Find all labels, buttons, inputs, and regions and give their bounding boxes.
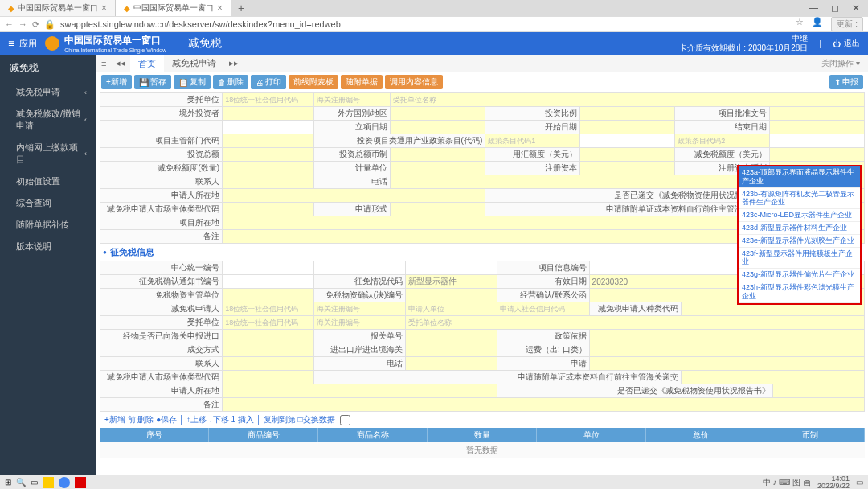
- content-tab-apply[interactable]: 减免税申请: [164, 55, 224, 72]
- logo-emblem: [45, 36, 59, 51]
- app-header: ≡ 应用 中国国际贸易单一窗口 China International Trad…: [0, 32, 868, 55]
- browser-tab[interactable]: ◆ 中国国际贸易单一窗口 ×: [0, 0, 116, 16]
- app-title-cn: 中国国际贸易单一窗口: [64, 34, 166, 47]
- grid-empty-text: 暂无数据: [100, 442, 865, 458]
- upload-icon: ⬆: [834, 78, 841, 87]
- card-info: 中继 卡介质有效期截止: 2030年10月28日: [679, 34, 808, 53]
- browser-tab-active[interactable]: ◆ 中国国际贸易单一窗口 ×: [116, 0, 231, 16]
- chrome-icon[interactable]: [59, 477, 70, 488]
- sidebar-item-modify[interactable]: 减免税修改/撤销申请‹: [0, 103, 96, 137]
- copy-button[interactable]: 📋复制: [174, 75, 211, 89]
- sidebar-item-initial[interactable]: 初始值设置: [0, 171, 96, 192]
- next-tab-icon[interactable]: ▸▸: [224, 58, 244, 68]
- new-button[interactable]: +新增: [101, 75, 132, 89]
- divider: |: [819, 39, 821, 48]
- sidebar: 减免税 减免税申请‹ 减免税修改/撤销申请‹ 内销网上缴款项目‹ 初始值设置 综…: [0, 55, 96, 475]
- prev-attach-button[interactable]: 前线附麦板: [289, 75, 338, 89]
- template-button[interactable]: 调用内容信息: [385, 75, 443, 89]
- dropdown-option[interactable]: 423c-Micro-LED显示器件生产企业: [739, 209, 860, 222]
- power-icon: ⏻: [833, 39, 841, 48]
- tab-close-icon[interactable]: ×: [101, 2, 107, 14]
- dropdown-option[interactable]: 423g-新型显示器件偏光片生产企业: [739, 269, 860, 281]
- clock[interactable]: 14:01 2022/9/22: [817, 475, 850, 490]
- search-icon[interactable]: 🔍: [16, 478, 26, 487]
- close-window-icon[interactable]: ✕: [852, 2, 860, 14]
- save-icon: 💾: [139, 78, 149, 87]
- minimize-icon[interactable]: —: [809, 2, 818, 14]
- dropdown-option[interactable]: 423d-新型显示器件材料生产企业: [739, 222, 860, 235]
- dropdown-option[interactable]: 423a-顶部显示界面液晶显示器件生产企业: [739, 166, 860, 188]
- swap-data-checkbox[interactable]: [340, 415, 350, 425]
- print-icon: 🖨: [256, 78, 264, 87]
- dropdown-option[interactable]: 423b-有源矩阵有机发光二极管显示器件生产企业: [739, 188, 860, 210]
- chevron-left-icon: ‹: [84, 150, 87, 158]
- collapse-tabs-icon[interactable]: ≡: [96, 59, 111, 68]
- chevron-left-icon: ‹: [84, 116, 87, 124]
- app-label: 应用: [19, 38, 37, 50]
- chevron-left-icon: ‹: [84, 88, 87, 97]
- logout-button[interactable]: ⏻ 退出: [833, 38, 860, 49]
- prev-tab-icon[interactable]: ◂◂: [111, 58, 130, 68]
- app-title-en: China International Trade Single Window: [64, 47, 166, 53]
- windows-start-icon[interactable]: ⊞: [5, 478, 11, 487]
- lock-icon: 🔒: [44, 19, 55, 30]
- folder-icon[interactable]: [43, 477, 54, 488]
- menu-icon[interactable]: ≡: [8, 37, 14, 50]
- sidebar-item-query[interactable]: 综合查询: [0, 192, 96, 214]
- tab-close-icon[interactable]: ×: [217, 2, 223, 14]
- browser-tab-bar: ◆ 中国国际贸易单一窗口 × ◆ 中国国际贸易单一窗口 × + — ◻ ✕: [0, 0, 868, 16]
- sidebar-item-payment[interactable]: 内销网上缴款项目‹: [0, 137, 96, 171]
- app-icon[interactable]: [75, 477, 86, 488]
- sidebar-item-version[interactable]: 版本说明: [0, 236, 96, 257]
- content-tab-home[interactable]: 首页: [130, 55, 164, 72]
- dropdown-option[interactable]: 423e-新型显示器件光刻胶生产企业: [739, 235, 860, 248]
- user-icon[interactable]: 👤: [812, 17, 823, 31]
- attach-button[interactable]: 随附单据: [341, 75, 383, 89]
- forward-icon[interactable]: →: [18, 19, 27, 29]
- dropdown-option[interactable]: 423f-新型显示器件用掩膜板生产企业: [739, 248, 860, 269]
- sidebar-item-attach[interactable]: 随附单据补传: [0, 214, 96, 236]
- task-view-icon[interactable]: ▭: [31, 478, 38, 487]
- taskbar: ⊞ 🔍 ▭ 中 ♪ ⌨ 图 画 14:01 2022/9/22 ▭: [0, 475, 868, 489]
- address-input[interactable]: [60, 19, 791, 29]
- declare-button[interactable]: ⬆申报: [829, 75, 863, 89]
- new-tab-button[interactable]: +: [231, 2, 251, 14]
- notification-icon[interactable]: ▭: [856, 478, 863, 487]
- save-button[interactable]: 💾暂存: [134, 75, 171, 89]
- update-button[interactable]: 更新 :: [831, 17, 863, 31]
- close-ops-dropdown[interactable]: 关闭操作 ▾: [821, 58, 868, 69]
- category-dropdown: 423a-顶部显示界面液晶显示器件生产企业 423b-有源矩阵有机发光二极管显示…: [737, 165, 862, 305]
- reload-icon[interactable]: ⟳: [32, 19, 39, 30]
- delete-button[interactable]: 🗑删除: [213, 75, 248, 89]
- module-name: 减免税: [178, 36, 222, 51]
- grid-controls: +新增 前 删除 ●保存 │ ↑上移 ↓下移 1 插入 │ 复制到第 □交换数据: [100, 412, 865, 428]
- sidebar-title: 减免税: [0, 55, 96, 81]
- ime-indicator[interactable]: 中 ♪ ⌨ 图 画: [763, 477, 811, 488]
- trash-icon: 🗑: [218, 78, 226, 87]
- back-icon[interactable]: ←: [5, 19, 14, 29]
- sidebar-item-apply[interactable]: 减免税申请‹: [0, 81, 96, 103]
- maximize-icon[interactable]: ◻: [831, 2, 839, 14]
- print-button[interactable]: 🖨打印: [251, 75, 286, 89]
- dropdown-option[interactable]: 423h-新型显示器件彩色滤光膜生产企业: [739, 281, 860, 303]
- grid-controls-text[interactable]: +新增 前 删除 ●保存 │ ↑上移 ↓下移 1 插入 │ 复制到第 □交换数据: [104, 414, 335, 425]
- star-icon[interactable]: ☆: [796, 17, 804, 31]
- copy-icon: 📋: [178, 78, 188, 87]
- grid-header: 序号商品编号商品名称数量单位总价币制: [100, 428, 865, 442]
